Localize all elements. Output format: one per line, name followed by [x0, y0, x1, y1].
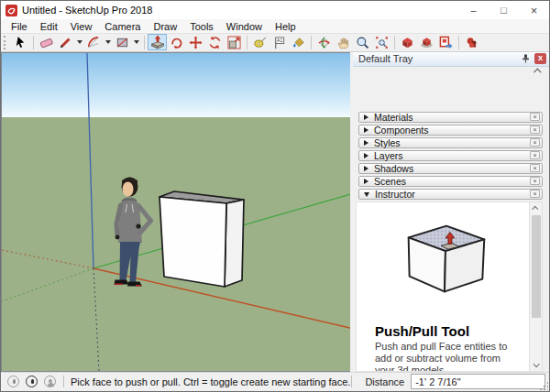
line-tool-button[interactable]	[56, 34, 75, 50]
default-tray: Default Tray x Materials × Components ×	[350, 52, 549, 372]
move-icon	[189, 36, 203, 49]
model-viewport[interactable]	[1, 52, 350, 372]
follow-me-tool-button[interactable]	[167, 34, 186, 50]
scroll-down-button[interactable]	[530, 359, 542, 371]
chevron-down-icon	[534, 361, 540, 367]
panel-shadows[interactable]: Shadows ×	[358, 163, 543, 174]
arc-tool-dropdown[interactable]	[105, 40, 111, 44]
svg-text:A1: A1	[277, 38, 282, 43]
auto-hide-pin-icon[interactable]	[520, 53, 531, 64]
panel-components[interactable]: Components ×	[358, 125, 543, 136]
select-arrow-icon	[14, 36, 28, 49]
scrollbar-thumb[interactable]	[532, 215, 541, 318]
tape-measure-tool-button[interactable]	[250, 34, 270, 50]
box-front-face	[160, 197, 226, 287]
box-right-face	[225, 200, 244, 287]
minimize-button[interactable]: –	[458, 1, 489, 19]
push-pull-icon	[150, 35, 165, 49]
status-bar: Pick face to push or pull. Ctrl = toggle…	[1, 372, 549, 391]
orbit-tool-button[interactable]	[314, 34, 334, 50]
panel-close-button[interactable]: ×	[530, 138, 540, 147]
white-box	[160, 191, 244, 287]
scale-icon	[227, 36, 241, 49]
tray-header: Default Tray x	[353, 52, 549, 67]
pan-tool-button[interactable]	[334, 34, 353, 50]
menu-view[interactable]: View	[64, 20, 99, 33]
panel-layers[interactable]: Layers ×	[358, 150, 543, 161]
status-message: Pick face to push or pull. Ctrl = toggle…	[71, 376, 350, 387]
chevron-up-icon	[532, 205, 538, 212]
text-tool-button[interactable]: A1	[270, 34, 289, 50]
zoom-tool-button[interactable]	[353, 34, 372, 50]
warehouse-share-component-icon	[439, 36, 453, 49]
toolbar-drag-handle[interactable]	[4, 36, 8, 49]
panel-close-button[interactable]: ×	[530, 177, 540, 185]
scale-tool-button[interactable]	[225, 34, 244, 50]
divider	[351, 376, 352, 387]
sketchup-logo-icon	[6, 5, 17, 16]
distance-input[interactable]	[411, 374, 545, 389]
menu-window[interactable]: Window	[220, 20, 269, 33]
sign-in-icon[interactable]	[44, 376, 56, 387]
panel-close-button[interactable]: ×	[530, 113, 540, 121]
expander-icon	[364, 114, 368, 120]
panel-materials[interactable]: Materials ×	[358, 112, 543, 123]
panel-close-button[interactable]: ×	[530, 190, 540, 198]
close-button[interactable]: ×	[519, 1, 549, 19]
expander-icon	[364, 166, 368, 171]
get-models-button[interactable]	[398, 34, 417, 50]
instructor-heading: Push/Pull Tool	[375, 323, 514, 339]
panel-scenes[interactable]: Scenes ×	[358, 176, 543, 187]
maximize-button[interactable]: □	[489, 1, 519, 19]
rotate-tool-button[interactable]	[205, 34, 225, 50]
menu-bar: File Edit View Camera Draw Tools Window …	[1, 19, 549, 34]
app-window: Untitled - SketchUp Pro 2018 – □ × File …	[0, 0, 550, 392]
scroll-up-button[interactable]	[530, 202, 542, 214]
select-tool-button[interactable]	[11, 34, 30, 50]
claim-credit-icon[interactable]	[26, 376, 38, 387]
paint-bucket-tool-button[interactable]	[289, 34, 308, 50]
divider	[63, 376, 64, 387]
tray-close-button[interactable]: x	[534, 53, 546, 64]
menu-tools[interactable]: Tools	[183, 20, 220, 33]
share-component-button[interactable]	[436, 34, 456, 50]
geolocation-icon[interactable]	[7, 376, 19, 387]
rectangle-tool-dropdown[interactable]	[134, 40, 139, 44]
line-tool-dropdown[interactable]	[77, 40, 82, 44]
window-title: Untitled - SketchUp Pro 2018	[22, 5, 152, 16]
extension-warehouse-icon	[465, 36, 478, 49]
viewport-canvas[interactable]	[2, 53, 369, 371]
toolbar: A1	[1, 34, 549, 52]
tray-scroll-up[interactable]	[353, 67, 549, 77]
panel-close-button[interactable]: ×	[530, 125, 540, 134]
warehouse-share-model-icon	[420, 36, 434, 49]
instructor-description: Push and pull Face entities to add or su…	[375, 341, 514, 372]
text-annotation-icon: A1	[272, 36, 286, 49]
zoom-extents-tool-button[interactable]	[372, 34, 391, 50]
move-tool-button[interactable]	[186, 34, 205, 50]
menu-edit[interactable]: Edit	[34, 20, 64, 33]
pencil-icon	[59, 36, 72, 49]
panel-styles[interactable]: Styles ×	[358, 137, 543, 148]
rotate-icon	[208, 36, 222, 49]
tray-empty-space	[353, 77, 549, 112]
rectangle-tool-button[interactable]	[113, 34, 132, 50]
expander-icon	[364, 127, 368, 133]
panel-instructor[interactable]: Instructor ×	[358, 189, 543, 200]
push-pull-tool-button[interactable]	[148, 34, 167, 50]
eraser-icon	[39, 35, 54, 49]
menu-camera[interactable]: Camera	[98, 20, 147, 33]
menu-draw[interactable]: Draw	[147, 20, 183, 33]
panel-close-button[interactable]: ×	[530, 164, 540, 172]
share-model-button[interactable]	[417, 34, 436, 50]
extension-warehouse-button[interactable]	[462, 34, 481, 50]
arc-tool-button[interactable]	[84, 34, 104, 50]
title-bar: Untitled - SketchUp Pro 2018 – □ ×	[1, 1, 549, 19]
eraser-tool-button[interactable]	[37, 34, 56, 50]
zoom-extents-icon	[375, 36, 389, 49]
menu-file[interactable]: File	[5, 20, 34, 33]
distance-label: Distance	[365, 376, 404, 387]
menu-help[interactable]: Help	[269, 20, 302, 33]
panel-close-button[interactable]: ×	[530, 151, 540, 159]
instructor-scrollbar[interactable]	[529, 202, 542, 371]
